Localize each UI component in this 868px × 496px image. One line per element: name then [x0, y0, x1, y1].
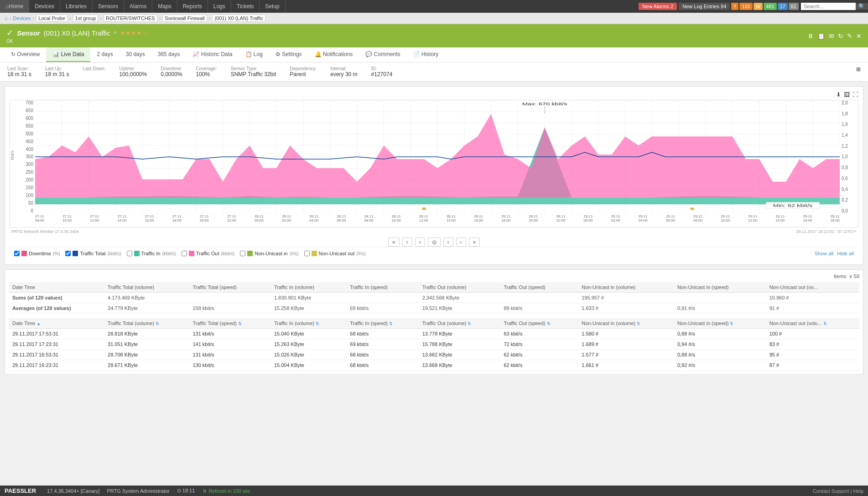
tab-live-data[interactable]: 📊 Live Data — [46, 47, 90, 62]
col-tt-spd[interactable]: Traffic Total (speed) — [189, 282, 270, 293]
chart-nav-next-large[interactable]: › — [456, 238, 466, 247]
sensor-email-button[interactable]: ✉ — [829, 32, 834, 40]
nav-sensors-label: Sensors — [98, 3, 118, 10]
legend-traffic-out-checkbox[interactable] — [182, 251, 187, 256]
nav-devices[interactable]: Devices — [29, 0, 60, 13]
legend-downtime-checkbox[interactable] — [14, 251, 20, 256]
col-tt-vol-s[interactable]: Traffic Total (volume) ⇅ — [104, 318, 189, 329]
legend-traffic-total-checkbox[interactable] — [65, 251, 71, 256]
col-nui-vol[interactable]: Non-Unicast in (volume) — [578, 282, 674, 293]
hide-all-link[interactable]: Hide all — [837, 251, 854, 256]
chart-nav-prev-large[interactable]: ‹ — [402, 238, 412, 247]
tab-historic[interactable]: 📈 Historic Data — [186, 47, 239, 62]
col-to-spd-s[interactable]: Traffic Out (speed) ⇅ — [500, 318, 578, 329]
col-ti-spd[interactable]: Traffic In (speed) — [346, 282, 418, 293]
nav-sensors[interactable]: Sensors — [93, 0, 124, 13]
tab-comments[interactable]: 💬 Comments — [359, 47, 406, 62]
nav-reports[interactable]: Reports — [177, 0, 208, 13]
search-icon[interactable]: 🔍 — [856, 3, 868, 10]
chart-download-icon[interactable]: ⬇ — [836, 91, 841, 98]
exclaim-badge[interactable]: !! — [731, 3, 738, 10]
col-ti-vol[interactable]: Traffic In (volume) — [270, 282, 346, 293]
count-131-badge[interactable]: 131 — [739, 3, 752, 10]
breadcrumb-sensor-dropdown[interactable]: (001) X0 (LAN) Traffic — [212, 15, 265, 22]
chart-image-icon[interactable]: 🖼 — [844, 91, 850, 98]
col-ti-vol-s[interactable]: Traffic In (volume) ⇅ — [270, 318, 346, 329]
col-nui-spd[interactable]: Non-Unicast in (speed) — [674, 282, 766, 293]
legend-non-unicast-out-unit: (#/s) — [356, 251, 365, 256]
downtime-value: 0,0000% — [161, 71, 182, 78]
chart-nav-last[interactable]: » — [469, 238, 480, 247]
col-to-spd[interactable]: Traffic Out (speed) — [500, 282, 578, 293]
col-nuo-vol-s[interactable]: Non-Unicast out (volu... ⇅ — [766, 318, 859, 329]
sensor-clipboard-button[interactable]: 📋 — [817, 32, 825, 40]
svg-text:Max: 670 kbit/s: Max: 670 kbit/s — [522, 101, 567, 106]
col-to-vol-s[interactable]: Traffic Out (volume) ⇅ — [419, 318, 500, 329]
tab-overview[interactable]: ↻ Overview — [5, 47, 46, 62]
chart-expand-icon[interactable]: ⛶ — [852, 91, 858, 98]
col-nui-spd-s[interactable]: Non-Unicast in (speed) ⇅ — [674, 318, 766, 329]
chart-footer: PRTG Network Monitor 17.4.36.3404 29.11.… — [10, 227, 858, 235]
col-datetime[interactable]: Date Time — [9, 282, 104, 293]
nav-tickets[interactable]: Tickets — [231, 0, 260, 13]
chart-nav-first[interactable]: « — [388, 238, 400, 247]
nav-logs[interactable]: Logs — [208, 0, 231, 13]
count-61-badge[interactable]: 61 — [789, 3, 799, 10]
row4-nui-spd: 0,92 #/s — [674, 360, 766, 371]
col-datetime-sorted[interactable]: Date Time ▲ — [9, 318, 104, 329]
sensor-refresh-button[interactable]: ↻ — [838, 32, 843, 40]
legend-non-unicast-in-checkbox[interactable] — [240, 251, 245, 256]
breadcrumb-probe-dropdown[interactable]: Local Probe — [36, 15, 68, 22]
sensor-stars[interactable]: ★★★★☆ — [120, 30, 147, 36]
new-alarms-badge[interactable]: New Alarms 2 — [639, 3, 677, 10]
col-nuo-vol[interactable]: Non-Unicast out (vo... — [766, 282, 859, 293]
col-nui-vol-s[interactable]: Non-Unicast in (volume) ⇅ — [578, 318, 674, 329]
table-row: 29.11.2017 16:53:31 28.708 KByte 131 kbi… — [9, 350, 859, 360]
nav-maps[interactable]: Maps — [152, 0, 177, 13]
tab-2days[interactable]: 2 days — [90, 47, 119, 62]
tab-365days[interactable]: 365 days — [151, 47, 187, 62]
breadcrumb-home[interactable]: ⌂ — [5, 16, 8, 21]
sensor-edit-button[interactable]: ✎ — [847, 32, 852, 40]
breadcrumb-firewall-dropdown[interactable]: Sonicwall Firewall — [162, 15, 207, 22]
col-tt-spd-s[interactable]: Traffic Total (speed) ⇅ — [189, 318, 270, 329]
table-spacer-row — [9, 314, 859, 319]
avg-to-spd: 89 kbit/s — [500, 303, 578, 314]
count-481-badge[interactable]: 481 — [764, 3, 776, 10]
w-badge[interactable]: W — [754, 3, 763, 10]
info-grid-icon[interactable]: ⊞ — [856, 66, 861, 78]
legend-non-unicast-out-checkbox[interactable] — [304, 251, 310, 256]
nav-libraries[interactable]: Libraries — [60, 0, 93, 13]
col-tt-vol[interactable]: Traffic Total (volume) — [104, 282, 189, 293]
table-items-count: Items: ∨ 50 — [9, 274, 859, 279]
breadcrumb-devices[interactable]: Devices — [13, 16, 31, 21]
tab-notifications[interactable]: 🔔 Notifications — [308, 47, 359, 62]
chart-nav-center[interactable]: ◎ — [428, 238, 441, 247]
breadcrumb-device-dropdown[interactable]: ROUTER/SWITCHES — [104, 15, 157, 22]
col-to-vol[interactable]: Traffic Out (volume) — [419, 282, 500, 293]
tab-30days[interactable]: 30 days — [120, 47, 151, 62]
interval-value: every 30 m — [330, 71, 357, 78]
legend-traffic-in-checkbox[interactable] — [127, 251, 132, 256]
col-ti-spd-s[interactable]: Traffic In (speed) ⇅ — [346, 318, 418, 329]
tab-log[interactable]: 📋 Log — [239, 47, 269, 62]
chart-legend: Downtime (%) Traffic Total (kbit/s) Traf… — [10, 247, 858, 260]
count-17-badge[interactable]: 17 — [778, 3, 788, 10]
breadcrumb-group-dropdown[interactable]: 1st group — [73, 15, 99, 22]
sensor-parent-icon: P — [114, 31, 116, 35]
nav-tickets-label: Tickets — [237, 3, 254, 10]
sums-tt-vol: 4.173.469 KByte — [104, 293, 189, 303]
chart-nav-next[interactable]: › — [443, 238, 453, 247]
tab-settings[interactable]: ⚙ Settings — [269, 47, 308, 62]
show-all-link[interactable]: Show all — [815, 251, 834, 256]
chart-nav-prev[interactable]: ‹ — [415, 238, 425, 247]
search-input[interactable] — [801, 3, 856, 10]
row1-tt-spd: 131 kbit/s — [189, 329, 270, 339]
nav-alarms[interactable]: Alarms — [124, 0, 152, 13]
new-log-entries-badge[interactable]: New Log Entries 94 — [679, 3, 730, 10]
sensor-pause-button[interactable]: ⏸ — [807, 32, 814, 40]
nav-home[interactable]: ⌂ Home — [0, 0, 29, 13]
tab-history[interactable]: 📄 History — [407, 47, 445, 62]
nav-setup[interactable]: Setup — [260, 0, 285, 13]
sensor-delete-button[interactable]: ✕ — [856, 32, 862, 40]
